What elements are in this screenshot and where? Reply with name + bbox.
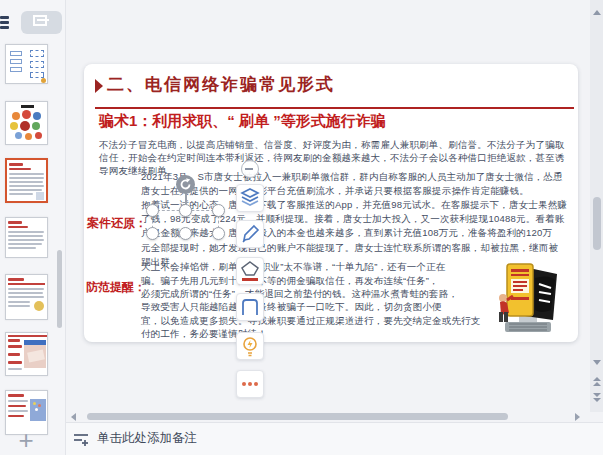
selection-handle-top-mid[interactable] <box>179 204 192 217</box>
selection-handle-bottom-left[interactable] <box>146 227 159 240</box>
notes-placeholder: 单击此处添加备注 <box>97 430 197 447</box>
vscroll-up-arrow[interactable] <box>593 10 601 15</box>
selection-handle-bottom-mid[interactable] <box>179 227 192 240</box>
slide-thumbnail-5[interactable] <box>5 274 48 320</box>
vertical-scrollbar <box>590 0 603 412</box>
scam-cartoon-image[interactable] <box>495 260 561 338</box>
tip-line: 导致受害人只能越陷越深，最终被骗子一口吃下。因此，切勿贪图小便 <box>141 301 442 314</box>
notes-bar[interactable]: 单击此处添加备注 <box>66 422 603 455</box>
selection-handle-top-right[interactable] <box>212 204 225 217</box>
case-label-textbox[interactable]: 案件还原： <box>87 215 147 232</box>
title-divider <box>95 107 574 109</box>
slides-view-button[interactable] <box>21 11 62 34</box>
rotate-icon <box>176 175 195 194</box>
more-dots-icon <box>237 371 263 397</box>
selection-handle-top-left[interactable] <box>146 204 159 217</box>
scam-cartoon-graphic <box>495 260 561 338</box>
tip-line: 骗。骗子先用几元到十几元不等的佣金骗取信任，再发布连续“任务”， <box>141 275 439 288</box>
frame-button[interactable] <box>236 293 264 321</box>
layers-icon <box>237 185 263 211</box>
vscroll-down-arrow[interactable] <box>593 360 601 365</box>
tip-label-textbox[interactable]: 防范提醒： <box>86 279 146 296</box>
presentation-app: + 二、电信网络诈骗常见形式 骗术1：利用求职、“ 刷单 ”等形式施行诈骗 不法… <box>0 0 603 455</box>
add-slide-button[interactable]: + <box>6 428 46 452</box>
slide-thumbnail-6[interactable] <box>5 332 48 376</box>
tip-line: 天上不会掉馅饼，刷单这种“职业”太不靠谱，“十单九陷”，还有一个正在 <box>141 261 445 274</box>
shape-color-button[interactable] <box>236 257 264 285</box>
slide-thumbnail-1[interactable] <box>5 44 48 84</box>
hscroll-right-arrow[interactable] <box>575 413 580 421</box>
hscroll-thumb[interactable] <box>87 413 508 420</box>
slide-thumbnail-panel: + <box>0 0 66 455</box>
tip-line: 必须完成所谓的“任务”，才能退回之前垫付的钱。这种温水煮青蛙的套路， <box>141 288 458 301</box>
rotate-handle[interactable] <box>176 175 195 194</box>
slide-thumbnail-3-selected[interactable] <box>5 158 48 203</box>
case-line: 2021年3月，S市唐女士被拉入一兼职刷单微信群，群内自称客服的人员主动加了唐女… <box>141 171 563 184</box>
slide-canvas[interactable]: 二、电信网络诈骗常见形式 骗术1：利用求职、“ 刷单 ”等形式施行诈骗 不法分子… <box>84 64 578 342</box>
lightbulb-icon <box>237 333 263 359</box>
intro-line: 信任，开始会在约定时间连本带利返还，待网友刷的金额越来越大，不法分子会以各种借口… <box>99 152 565 165</box>
brush-icon <box>237 221 263 247</box>
shape-color-icon <box>237 258 263 284</box>
brush-button[interactable] <box>236 220 264 248</box>
slide-title[interactable]: 二、电信网络诈骗常见形式 <box>107 73 335 96</box>
toolbar-collapse-button[interactable] <box>241 160 259 178</box>
slide-subtitle[interactable]: 骗术1：利用求职、“ 刷单 ”等形式施行诈骗 <box>99 112 386 131</box>
intro-line: 不法分子冒充电商，以提高店铺销量、信誉度、好评度为由，称需雇人兼职刷单、刷信誉。… <box>99 139 565 152</box>
hscroll-left-arrow[interactable] <box>71 413 76 421</box>
vscroll-thumb[interactable] <box>593 197 601 250</box>
editing-canvas: 二、电信网络诈骗常见形式 骗术1：利用求职、“ 刷单 ”等形式施行诈骗 不法分子… <box>66 0 590 412</box>
idea-button[interactable] <box>236 332 264 360</box>
layers-button[interactable] <box>236 184 264 212</box>
slide-thumbnail-4[interactable] <box>5 217 48 258</box>
slide-thumbnail-2[interactable] <box>5 101 48 145</box>
add-notes-icon <box>73 431 91 447</box>
more-options-button[interactable] <box>236 370 264 398</box>
sidebar-scrollbar-thumb[interactable] <box>57 250 62 328</box>
selection-handle-bottom-right[interactable] <box>212 227 225 240</box>
title-bullet-arrow-icon <box>95 79 103 93</box>
tip-line: 宜，以免造成更多损失。寻找兼职要通过正规渠道进行，要先交纳定金或先行支 <box>141 315 481 328</box>
case-line: 唐女士在其提供的一网络博彩平台充值刷流水，并承诺只要根据客服提示操作肯定能赚钱。 <box>141 185 529 198</box>
case-line: 元全部提现时，她才发现自己的账户不能提现了。唐女士连忙联系所谓的客服，却被拉黑，… <box>141 242 558 255</box>
frame-icon <box>237 294 263 320</box>
